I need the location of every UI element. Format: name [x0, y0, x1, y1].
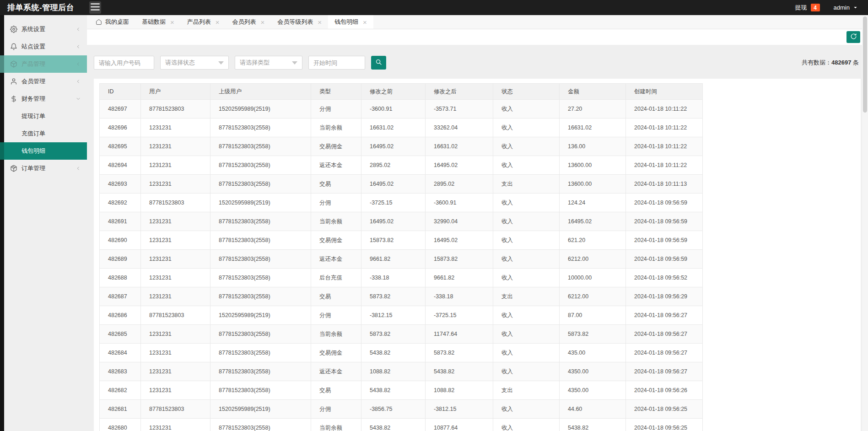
table-row: 482685123123187781523803(2558)当前余额5873.8…: [100, 325, 703, 344]
cell-type: 交易: [311, 381, 361, 400]
sidebar-item-充值订单[interactable]: 充值订单: [0, 125, 87, 142]
cell-id: 482681: [100, 400, 141, 419]
sidebar-item-会员管理[interactable]: 会员管理: [0, 73, 87, 90]
cell-id: 482680: [100, 419, 141, 431]
sidebar-item-label: 产品管理: [22, 60, 75, 68]
cell-id: 482683: [100, 362, 141, 381]
cell-id: 482691: [100, 212, 141, 231]
tab-close-icon[interactable]: ×: [261, 19, 265, 26]
cell-after-amount: 10877.64: [426, 419, 493, 431]
table-row: 4826928778152380315202595989(2519)分佣-372…: [100, 194, 703, 212]
withdraw-count-badge: 4: [811, 4, 820, 11]
tab-close-icon[interactable]: ×: [170, 19, 174, 26]
column-header-before-amount: 修改之前: [361, 84, 426, 100]
cell-created-at: 2024-01-18 09:56:27: [626, 306, 703, 325]
sidebar-item-label: 会员管理: [22, 77, 75, 86]
cell-parent-user: 15202595989(2519): [210, 400, 311, 419]
cell-type: 返还本金: [311, 250, 361, 269]
table-row: 482682123123187781523803(2558)交易5438.821…: [100, 381, 703, 400]
withdraw-notice[interactable]: 提现 4: [795, 4, 820, 12]
cell-created-at: 2024-01-18 09:56:59: [626, 212, 703, 231]
user-number-input[interactable]: [94, 56, 154, 70]
cell-type: 分佣: [311, 194, 361, 212]
table-row: 482688123123187781523803(2558)后台充值-338.1…: [100, 269, 703, 287]
search-button[interactable]: [371, 56, 386, 70]
sidebar-item-label: 充值订单: [22, 129, 87, 138]
cell-parent-user: 87781523803(2558): [210, 287, 311, 306]
tab-钱包明细[interactable]: 钱包明细×: [328, 15, 373, 29]
cell-parent-user: 87781523803(2558): [210, 269, 311, 287]
cell-parent-user: 15202595989(2519): [210, 194, 311, 212]
cube-icon: [10, 60, 17, 68]
user-menu[interactable]: admin: [834, 4, 858, 11]
cell-created-at: 2024-01-18 10:11:22: [626, 119, 703, 137]
cell-after-amount: 16495.02: [426, 231, 493, 250]
cell-amount: 44.60: [560, 400, 626, 419]
tab-基础数据[interactable]: 基础数据×: [135, 15, 181, 29]
sidebar-item-财务管理[interactable]: 财务管理: [0, 90, 87, 108]
cell-before-amount: 5873.82: [361, 287, 426, 306]
tab-会员列表[interactable]: 会员列表×: [226, 15, 271, 29]
cell-amount: 136.00: [560, 137, 626, 156]
sidebar-item-系统设置[interactable]: 系统设置: [0, 21, 87, 38]
tab-label: 产品列表: [187, 18, 211, 26]
sidebar-item-钱包明细[interactable]: 钱包明细: [0, 142, 87, 160]
cell-parent-user: 87781523803(2558): [210, 325, 311, 344]
cell-created-at: 2024-01-18 09:56:25: [626, 400, 703, 419]
sidebar-item-订单管理[interactable]: 订单管理: [0, 160, 87, 177]
cell-before-amount: 2895.02: [361, 156, 426, 175]
total-count-label: 共有数据：: [802, 59, 831, 66]
table-row: 482695123123187781523803(2558)交易佣金16495.…: [100, 137, 703, 156]
cell-parent-user: 87781523803(2558): [210, 119, 311, 137]
type-select[interactable]: 请选择类型: [235, 56, 302, 70]
cell-parent-user: 87781523803(2558): [210, 362, 311, 381]
cell-user: 1231231: [141, 175, 210, 194]
sidebar-menu: 系统设置站点设置产品管理会员管理财务管理提现订单充值订单钱包明细订单管理: [0, 21, 87, 177]
search-icon: [375, 59, 382, 67]
cell-id: 482688: [100, 269, 141, 287]
cell-status: 收入: [493, 231, 560, 250]
tab-会员等级列表[interactable]: 会员等级列表×: [271, 15, 328, 29]
cell-amount: 5873.82: [560, 325, 626, 344]
cell-status: 收入: [493, 362, 560, 381]
cell-id: 482692: [100, 194, 141, 212]
table-row: 4826978778152380315202595989(2519)分佣-360…: [100, 100, 703, 119]
cell-user: 1231231: [141, 287, 210, 306]
order-box-icon: [10, 165, 17, 172]
sidebar-toggle-button[interactable]: [89, 1, 101, 14]
cell-after-amount: 16631.02: [426, 137, 493, 156]
cell-status: 收入: [493, 269, 560, 287]
cell-parent-user: 15202595989(2519): [210, 100, 311, 119]
tab-close-icon[interactable]: ×: [216, 19, 220, 26]
cell-parent-user: 87781523803(2558): [210, 250, 311, 269]
scrollbar-thumb[interactable]: [863, 16, 867, 113]
cell-type: 当前余额: [311, 325, 361, 344]
sidebar-item-产品管理[interactable]: 产品管理: [0, 55, 87, 73]
table-row: 482691123123187781523803(2558)当前余额16495.…: [100, 212, 703, 231]
cell-type: 交易佣金: [311, 137, 361, 156]
page-scrollbar[interactable]: [862, 15, 868, 431]
tab-close-icon[interactable]: ×: [318, 19, 322, 26]
cell-id: 482686: [100, 306, 141, 325]
sidebar-item-站点设置[interactable]: 站点设置: [0, 38, 87, 55]
tab-close-icon[interactable]: ×: [363, 19, 367, 26]
tab-产品列表[interactable]: 产品列表×: [181, 15, 226, 29]
sidebar-item-提现订单[interactable]: 提现订单: [0, 108, 87, 125]
cell-user: 87781523803: [141, 400, 210, 419]
home-icon: [96, 19, 102, 25]
cell-type: 交易: [311, 175, 361, 194]
cell-created-at: 2024-01-18 10:11:22: [626, 156, 703, 175]
username: admin: [834, 4, 850, 11]
cell-parent-user: 87781523803(2558): [210, 381, 311, 400]
start-time-input[interactable]: [308, 56, 365, 70]
cell-before-amount: 1088.82: [361, 362, 426, 381]
chevron-left-icon: [75, 44, 81, 49]
cell-after-amount: -3600.91: [426, 194, 493, 212]
status-select[interactable]: 请选择状态: [160, 56, 229, 70]
tab-我的桌面[interactable]: 我的桌面: [89, 15, 135, 29]
refresh-button[interactable]: [846, 31, 860, 43]
action-bar: [87, 29, 868, 45]
cell-status: 收入: [493, 325, 560, 344]
cell-amount: 6212.00: [560, 287, 626, 306]
cell-parent-user: 87781523803(2558): [210, 212, 311, 231]
